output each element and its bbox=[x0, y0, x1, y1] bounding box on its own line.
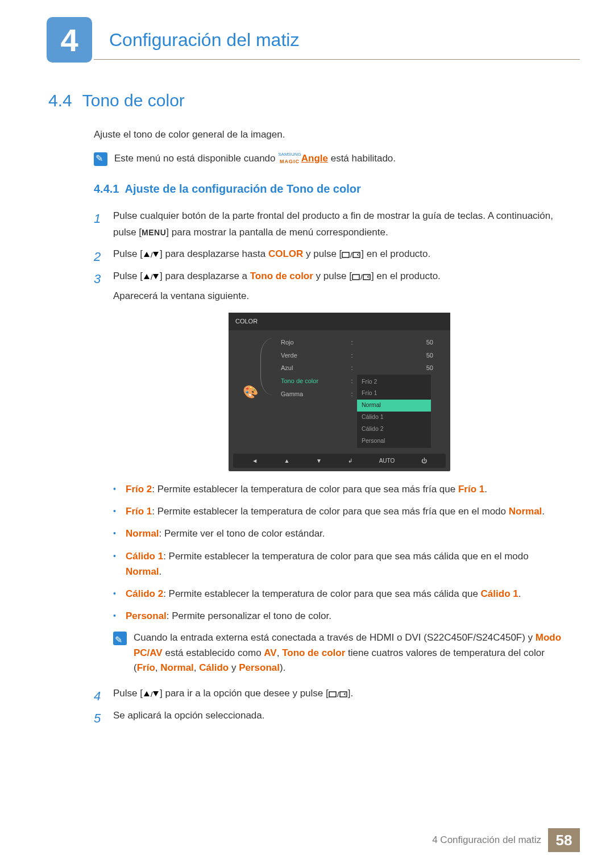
chapter-title: Configuración del matiz bbox=[109, 30, 299, 51]
enter-icon: / bbox=[342, 248, 361, 259]
osd-dropdown-selected: Normal bbox=[357, 400, 431, 412]
chapter-number: 4 bbox=[60, 22, 78, 59]
svg-rect-5 bbox=[353, 252, 360, 258]
subsection-title: Ajuste de la configuración de Tono de co… bbox=[125, 182, 360, 195]
osd-labels: Rojo Verde Azul Tono de color Gamma bbox=[264, 336, 349, 448]
osd-footer: ◄ ▲ ▼ ↲ AUTO ⏻ bbox=[233, 454, 446, 468]
step-3-after: Aparecerá la ventana siguiente. bbox=[113, 288, 566, 305]
option-calido2: Cálido 2: Permite establecer la temperat… bbox=[113, 586, 566, 601]
osd-screenshot: COLOR 🎨 Rojo Verde Azul Tono de color Ga… bbox=[229, 313, 450, 471]
svg-rect-15 bbox=[329, 692, 336, 697]
osd-title: COLOR bbox=[229, 313, 450, 330]
svg-rect-3 bbox=[342, 252, 349, 258]
svg-text:/: / bbox=[151, 251, 153, 259]
down-arrow-icon: ▼ bbox=[316, 456, 322, 466]
menu-key-label: MENU bbox=[142, 228, 166, 237]
svg-text:/: / bbox=[337, 690, 339, 698]
option-personal: Personal: Permite personalizar el tono d… bbox=[113, 608, 566, 624]
osd-dropdown: Frío 2 Frío 1 Normal Cálido 1 Cálido 2 P… bbox=[357, 375, 431, 448]
footer-text: 4 Configuración del matiz bbox=[432, 834, 541, 846]
svg-rect-11 bbox=[363, 275, 370, 280]
subsection-heading: 4.4.1Ajuste de la configuración de Tono … bbox=[94, 182, 566, 196]
step-4: Pulse [/] para ir a la opción que desee … bbox=[94, 686, 566, 702]
note-top: Este menú no está disponible cuando SAMS… bbox=[48, 151, 566, 166]
svg-marker-6 bbox=[144, 274, 150, 279]
svg-text:/: / bbox=[151, 690, 153, 698]
section-number: 4.4 bbox=[48, 91, 72, 110]
step-1: Pulse cualquier botón de la parte fronta… bbox=[94, 208, 566, 241]
options-list: Frío 2: Permite establecer la temperatur… bbox=[113, 481, 566, 624]
up-down-icon: / bbox=[143, 247, 160, 263]
palette-icon: 🎨 bbox=[237, 336, 264, 448]
steps-list: Pulse cualquier botón de la parte fronta… bbox=[48, 208, 566, 725]
note-text: Este menú no está disponible cuando SAMS… bbox=[114, 151, 396, 166]
svg-text:/: / bbox=[350, 251, 352, 259]
svg-marker-2 bbox=[153, 252, 159, 257]
left-arrow-icon: ◄ bbox=[252, 456, 258, 466]
option-frio1: Frío 1: Permite establecer la temperatur… bbox=[113, 504, 566, 519]
svg-marker-12 bbox=[144, 691, 150, 696]
page-footer: 4 Configuración del matiz 58 bbox=[432, 828, 580, 852]
chapter-header: 4 Configuración del matiz bbox=[0, 0, 614, 63]
option-normal: Normal: Permite ver el tono de color est… bbox=[113, 526, 566, 541]
chapter-number-badge: 4 bbox=[47, 17, 92, 63]
section-intro: Ajuste el tono de color general de la im… bbox=[48, 127, 566, 142]
svg-rect-9 bbox=[352, 275, 359, 280]
up-arrow-icon: ▲ bbox=[284, 456, 290, 466]
svg-text:/: / bbox=[151, 273, 153, 281]
note-icon bbox=[94, 152, 107, 166]
enter-icon: / bbox=[329, 688, 348, 699]
note-icon bbox=[113, 632, 127, 645]
enter-icon: / bbox=[352, 271, 371, 281]
svg-text:/: / bbox=[360, 273, 363, 281]
option-frio2: Frío 2: Permite establecer la temperatur… bbox=[113, 481, 566, 497]
section-heading: 4.4Tono de color bbox=[48, 91, 566, 110]
option-calido1: Cálido 1: Permite establecer la temperat… bbox=[113, 549, 566, 579]
svg-marker-8 bbox=[153, 274, 159, 279]
power-icon: ⏻ bbox=[421, 456, 427, 466]
step-3: Pulse [/] para desplazarse a Tono de col… bbox=[94, 268, 566, 675]
osd-auto-label: AUTO bbox=[379, 456, 395, 466]
svg-marker-0 bbox=[144, 252, 150, 257]
subsection-number: 4.4.1 bbox=[94, 182, 119, 195]
svg-marker-14 bbox=[153, 691, 159, 696]
step-2: Pulse [/] para desplazarse hasta COLOR y… bbox=[94, 246, 566, 263]
page-number: 58 bbox=[548, 828, 580, 852]
up-down-icon: / bbox=[143, 686, 160, 702]
osd-selected-row: Tono de color bbox=[281, 375, 349, 388]
section-title: Tono de color bbox=[82, 91, 185, 110]
step-5: Se aplicará la opción seleccionada. bbox=[94, 708, 566, 724]
enter-sm-icon: ↲ bbox=[348, 456, 352, 466]
note-bottom: Cuando la entrada externa está conectada… bbox=[113, 630, 566, 675]
svg-rect-17 bbox=[340, 692, 347, 697]
up-down-icon: / bbox=[143, 268, 160, 285]
